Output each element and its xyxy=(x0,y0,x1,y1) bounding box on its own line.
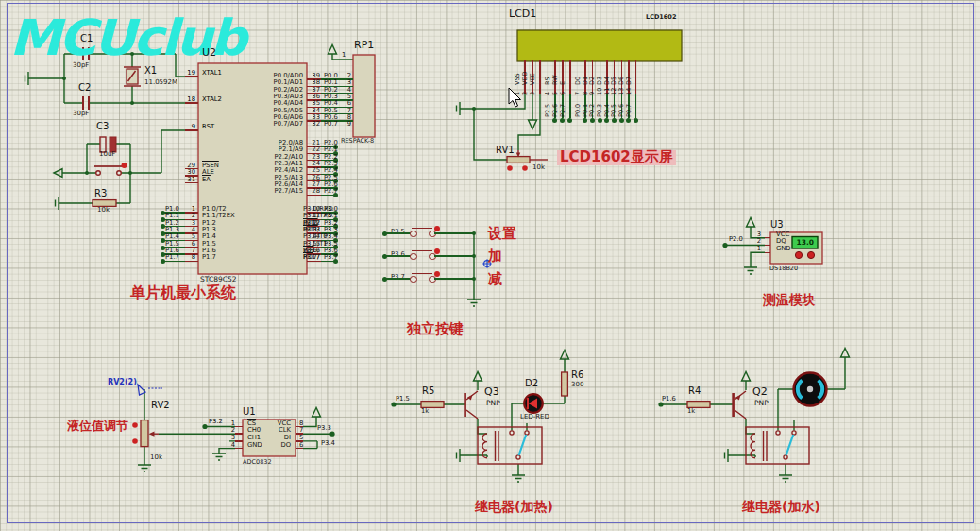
push-button-row[interactable]: P3.5 设置 xyxy=(378,227,538,249)
pin-row: 1GND xyxy=(752,246,827,253)
lcd-pin-column: D714P0.7 xyxy=(633,60,640,123)
r6-value: 300 xyxy=(571,382,583,388)
c1-value: 30pF xyxy=(73,62,89,69)
rv1-value: 10k xyxy=(532,164,545,171)
mcu-caption: 单片机最小系统 xyxy=(130,285,236,301)
q3-type: PNP xyxy=(486,400,500,407)
lcd-caption: LCD1602显示屏 xyxy=(557,150,676,165)
r4-ref: R4 xyxy=(688,386,701,397)
key-rows: P3.5 设置 P3.6 加 P3.7 减 xyxy=(378,227,538,295)
pin-row: DI5 xyxy=(296,435,362,442)
r5-ref: R5 xyxy=(422,386,434,397)
ground-side-icon xyxy=(25,72,729,462)
proteus-schematic-canvas: MCUclub U2 STC89C52 单片机最小系统 19XTAL1 18XT… xyxy=(0,0,980,531)
c3-value: 10uF xyxy=(99,151,115,158)
rp1-ref: RP1 xyxy=(354,40,374,51)
led-d2[interactable] xyxy=(524,394,543,413)
relay-water[interactable] xyxy=(746,427,809,464)
c2-value: 30pF xyxy=(73,111,89,117)
u3-pin-rows: 3VCC 2DQ 1GND xyxy=(752,231,827,253)
pin-row: VCC8 xyxy=(296,420,362,428)
motor-icon[interactable] xyxy=(794,373,827,406)
r5-value: 1k xyxy=(421,408,429,415)
transistor-q2[interactable] xyxy=(732,391,746,419)
pin-row: 3VCC xyxy=(752,231,827,239)
power-left-arrow-icon xyxy=(54,169,62,178)
pin-row: P3.4/T0 14 P3.4 xyxy=(217,233,368,240)
rv2-value: 10k xyxy=(150,454,162,461)
lcd-pins-data: D07P0.0 D18P0.1 D29P0.2 D310P0.3 D411P0.… xyxy=(582,60,640,123)
mcu-ref: U2 xyxy=(202,47,216,59)
water-net: P1.6 xyxy=(662,396,676,403)
d2-part: LED-RED xyxy=(520,414,549,420)
rp1-part: RESPACK-8 xyxy=(341,138,374,145)
c3-ref: C3 xyxy=(96,122,109,132)
pin-row: P3.2/INT0 12 P3.2 xyxy=(217,220,368,227)
lcd-pin-column: E6P2.7 xyxy=(566,60,574,123)
rv1-ref: RV1 xyxy=(496,146,515,156)
lcd-pins-control: RS4P2.5 RW5P2.6 E6P2.7 xyxy=(551,60,574,123)
mcu-p0-pin-rows: P0.0/AD0 39 P0.0 2 P0.1/AD1 38 P0.1 3 P0… xyxy=(217,73,368,128)
level-caption: 液位值调节 xyxy=(67,420,128,433)
pin-row: P3.6/WR 16 P3.6 xyxy=(217,248,368,254)
lcd-pins-power: VSS1 VDD2 VEE3 xyxy=(521,60,544,123)
r3-ref: R3 xyxy=(94,189,107,199)
heat-net: P1.5 xyxy=(396,396,410,403)
q2-ref: Q2 xyxy=(752,386,768,398)
u1-part: ADC0832 xyxy=(243,459,272,466)
u1-ref: U1 xyxy=(243,407,256,418)
pin-row: P0.7/AD7 32 P0.7 9 xyxy=(217,121,368,128)
pin-row: P2.7/A15 28 P2.7 xyxy=(217,188,368,195)
lcd-ref: LCD1 xyxy=(509,9,536,20)
crystal-x1[interactable] xyxy=(124,67,141,86)
push-button-row[interactable]: P3.7 减 xyxy=(378,272,538,295)
relay-heat[interactable] xyxy=(478,427,542,464)
r3-value: 10k xyxy=(97,207,110,214)
mcu-part: STC89C52 xyxy=(200,276,236,283)
pin-row: P3.3/INT1 13 P3.3 xyxy=(217,227,368,233)
x1-ref: X1 xyxy=(144,66,157,77)
adc-right-pin-rows: VCC8 CLK7 DI5 DO6 xyxy=(296,420,362,450)
heat-caption: 继电器(加热) xyxy=(475,500,553,514)
lcd-part: LCD1602 xyxy=(646,14,676,21)
lcd-pin-column: VEE3 xyxy=(536,60,544,123)
potentiometer-rv2[interactable] xyxy=(132,420,159,447)
keys-caption: 独立按键 xyxy=(407,322,464,337)
pin-row: CLK7 xyxy=(296,427,362,435)
water-caption: 继电器(加水) xyxy=(742,500,820,514)
r6-ref: R6 xyxy=(571,370,583,381)
voltage-probe-icon[interactable] xyxy=(138,385,162,395)
mcu-p2-pin-rows: P2.0/A8 21 P2.0 P2.1/A9 22 P2.1 P2.2/A10… xyxy=(217,140,368,196)
push-button-row[interactable]: P3.6 加 xyxy=(378,249,538,272)
mcu-p3-pin-rows: P3.0/RXD 10 P3.0 P3.1/TXD 11 P3.1 P3.2/I… xyxy=(217,206,368,262)
c1-ref: C1 xyxy=(80,34,93,44)
lcd-screen[interactable] xyxy=(517,30,682,61)
rv2-ref: RV2 xyxy=(151,401,170,411)
capacitor-c2[interactable] xyxy=(83,96,89,110)
q2-type: PNP xyxy=(754,400,769,407)
resistor-r6[interactable] xyxy=(562,372,568,396)
d2-ref: D2 xyxy=(525,379,538,389)
rv2-probe-label: RV2(2) xyxy=(108,379,137,386)
pin-row: P3.7/RD 17 P3.7 xyxy=(217,254,368,261)
u3-net: P2.0 xyxy=(729,236,743,243)
transistor-q3[interactable] xyxy=(464,391,478,419)
pin-row: P3.1/TXD 11 P3.1 xyxy=(217,213,368,219)
r4-value: 1k xyxy=(687,408,695,415)
temp-caption: 测温模块 xyxy=(763,293,816,307)
pin-row: P3.0/RXD 10 P3.0 xyxy=(217,206,368,213)
pin-row: DO6 xyxy=(296,442,362,450)
u3-part: DS18B20 xyxy=(769,266,798,272)
pin-row: P3.5/T1 15 P3.5 xyxy=(217,241,368,248)
rp1-pin1: 1 xyxy=(342,52,346,59)
u3-ref: U3 xyxy=(770,220,784,231)
q3-ref: Q3 xyxy=(484,386,499,398)
c2-ref: C2 xyxy=(78,83,91,94)
x1-value: 11.0592M xyxy=(144,79,177,86)
